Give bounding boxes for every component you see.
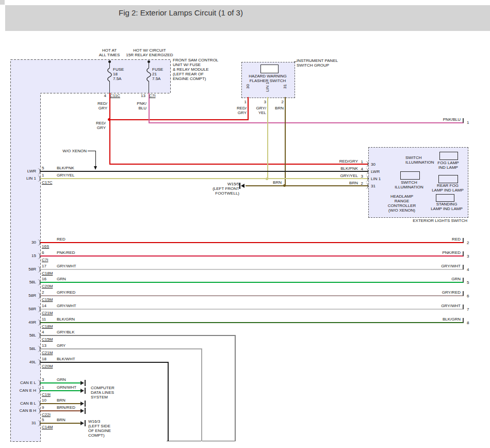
row-2-pin-bracket (35, 239, 40, 246)
ext-pin-2-wire-name: GRY/YEL (332, 173, 358, 178)
wiring-diagram-page: Fig 2: Exterior Lamps Circuit (1 of 3) (0, 0, 490, 448)
row-12-wire (40, 382, 80, 383)
hazard-pin-2-wire-name: BRN (270, 106, 284, 110)
row-14-terminal-bar (85, 401, 86, 407)
row-5-pin-number: 16 (42, 277, 46, 281)
row-13-wire-name: GRN/WHT (57, 385, 76, 390)
row-11-pin-bracket (35, 359, 40, 365)
row-14-pin-number: 10 (42, 398, 46, 403)
row-1-wire (40, 178, 368, 179)
row-2-wire-name-right: RED (435, 237, 461, 242)
row-3-wire-name-right: PNK/RED (435, 250, 461, 255)
row-7-pin-number: 14 (42, 303, 46, 308)
row-13-pin-label: CAN E H (13, 388, 36, 393)
ext-pin-3-number: 2 (358, 181, 363, 186)
row-4-pin-number: 17 (42, 264, 46, 268)
row-3-pin-number: 6 (42, 250, 44, 255)
row-8-wire-name-right: BLK/GRN (435, 317, 461, 322)
row-0-pin-label: LWR (13, 169, 36, 173)
row-13-terminal-bar (85, 388, 86, 394)
row-9-wire (40, 335, 235, 336)
row-8-wire-name: BLK/GRN (57, 317, 75, 322)
row-6-edge-number: 6 (467, 294, 469, 298)
row-16-wire (40, 423, 80, 424)
row-7-wire-name: GRY/WHT (57, 303, 76, 308)
row-9-pin-label: 58L (13, 333, 36, 338)
row-4-connector: C18M (42, 271, 53, 276)
row-11-pin-number: 18 (42, 357, 46, 361)
row-16-connector: C14M (42, 425, 53, 429)
row-16-pin-label: 31 (13, 421, 36, 425)
ext-pin-1-number: 4 (358, 167, 363, 171)
hazard-pin-2-name: 31 (282, 77, 288, 96)
row-5-pin-label: 58L (13, 280, 36, 284)
row-14-pin-bracket (35, 401, 40, 407)
row-4-pin-bracket (35, 266, 40, 273)
row-4-edge-number: 4 (467, 267, 469, 272)
row-12-pin-bracket (35, 380, 40, 386)
row-7-wire (40, 309, 464, 310)
row-10-pin-number: 13 (42, 343, 46, 348)
row-8-pin-number: 11 (42, 317, 46, 322)
row-7-pin-label: 58R (13, 307, 36, 311)
row-12-wire-name: GRN (57, 377, 66, 382)
row-0-wire-name: BLK/PNK (57, 166, 74, 170)
row-4-edge-tick (463, 265, 464, 269)
row-3-pin-bracket (35, 253, 40, 259)
row-10-wire-name: GRY (57, 343, 66, 348)
row-9-pin-number: 4 (42, 330, 44, 334)
row-8-pin-label: 49R (13, 320, 36, 325)
row-13-pin-bracket (35, 388, 40, 394)
ext-pin-3-bracket (363, 183, 368, 189)
row-1-connector: C17C (42, 180, 52, 185)
hazard-pin-0-wire-name: RED/ GRY (233, 106, 247, 115)
row-4-wire (40, 269, 464, 270)
row-7-wire-name-right: GRY/WHT (435, 303, 461, 308)
row-6-connector: C15M (42, 297, 53, 302)
row-7-edge-tick (463, 305, 464, 309)
wire-rows-layer: LWR5BLK/PNKLIN 11C17CGRY/YEL3016SREDRED2… (0, 0, 490, 448)
row-10-connector: C21M (42, 350, 53, 355)
row-6-wire-name-right: GRY/RED (435, 290, 461, 295)
row-12-arrowhead-icon (80, 381, 84, 385)
row-15-pin-label: CAN B H (13, 408, 36, 413)
row-2-edge-number: 2 (467, 241, 469, 245)
row-8-wire (40, 322, 464, 323)
row-0-wire (40, 171, 368, 172)
row-8-edge-tick (463, 318, 464, 323)
row-5-wire (40, 282, 464, 283)
row-0-pin-number: 5 (42, 166, 44, 170)
row-5-edge-number: 5 (467, 280, 469, 285)
row-5-connector: C20M (42, 284, 53, 289)
row-1-pin-bracket (35, 175, 40, 182)
row-14-wire (40, 403, 80, 404)
row-15-wire-name: BRN/RED (57, 405, 75, 410)
row-7-edge-number: 7 (467, 307, 469, 312)
ext-pin-0-name: 30 (371, 162, 375, 167)
row-2-wire (40, 242, 464, 243)
hazard-pin-0-number: 1 (240, 100, 247, 104)
row-11-wire-name: BLK/WHT (57, 357, 75, 361)
row-16-pin-number: 5 (42, 418, 44, 422)
row-11-connector: C20M (42, 364, 53, 369)
row-13-connector: C19I (42, 392, 51, 397)
ext-pin-1-name: LWR (371, 169, 380, 174)
row-9-wire-drop (235, 335, 236, 441)
row-3-wire (40, 255, 464, 257)
row-7-connector: C21M (42, 311, 53, 315)
row-13-arrowhead-icon (80, 389, 84, 393)
row-9-connector: C15M (42, 337, 53, 342)
row-2-connector: 16S (42, 244, 49, 249)
row-8-connector: C18M (42, 324, 53, 329)
row-5-wire-name-right: GRN (435, 277, 461, 281)
row-5-wire-name: GRN (57, 277, 66, 281)
row-13-wire (40, 390, 80, 391)
row-2-edge-tick (463, 238, 464, 243)
row-16-pin-bracket (35, 420, 40, 426)
row-12-pin-label: CAN E L (13, 380, 36, 385)
ext-pin-0-bracket (363, 161, 368, 167)
row-15-wire (40, 410, 80, 411)
row-11-pin-label: 49L (13, 360, 36, 364)
row-11-wire (40, 362, 168, 363)
row-10-pin-label: 58L (13, 346, 36, 351)
